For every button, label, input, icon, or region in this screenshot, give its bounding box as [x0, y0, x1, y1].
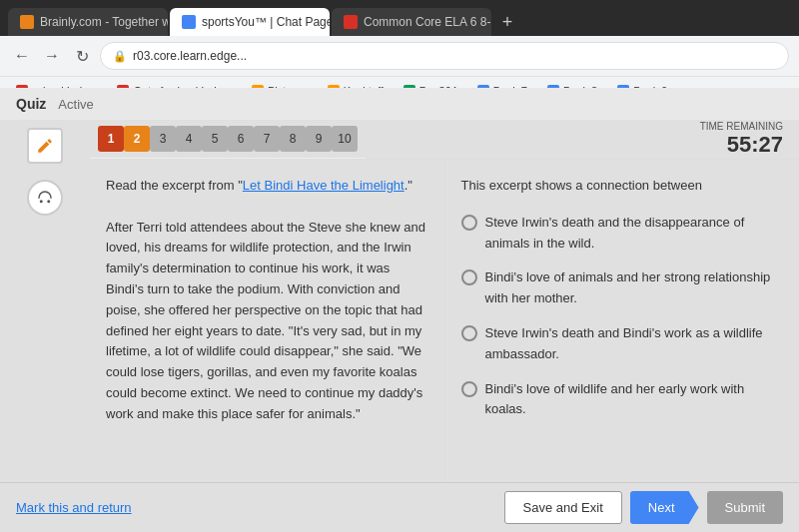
reload-button[interactable]: ↻: [70, 44, 94, 68]
option-1-label: Steve Irwin's death and the disappearanc…: [485, 213, 784, 255]
tab-favicon-brainly: [20, 15, 34, 29]
save-exit-button[interactable]: Save and Exit: [504, 491, 622, 524]
tab-favicon-commoncore: [344, 15, 358, 29]
radio-2[interactable]: [461, 269, 477, 285]
prompt-end: .": [404, 178, 412, 193]
option-3-label: Steve Irwin's death and Bindi's work as …: [485, 323, 784, 365]
q-num-6[interactable]: 6: [228, 126, 254, 152]
timer-label: TIME REMAINING: [700, 121, 783, 132]
tab-favicon-sportsyou: [182, 15, 196, 29]
quiz-title: Quiz: [16, 96, 46, 112]
question-pane: This excerpt shows a connection between …: [445, 160, 800, 482]
tab-label-sportsyou: sportsYou™ | Chat Page: [202, 15, 330, 29]
lock-icon: 🔒: [113, 50, 127, 63]
quiz-status: Active: [58, 97, 93, 112]
new-tab-button[interactable]: +: [493, 8, 521, 36]
next-button[interactable]: Next: [630, 491, 699, 524]
left-sidebar: [0, 120, 90, 482]
tab-label-commoncore: Common Core ELA 6 8-IC - Edge...: [364, 15, 491, 29]
footer: Mark this and return Save and Exit Next …: [0, 482, 799, 532]
q-num-8[interactable]: 8: [280, 126, 306, 152]
tab-commoncore[interactable]: Common Core ELA 6 8-IC - Edge... ✕: [332, 8, 491, 36]
address-bar[interactable]: 🔒 r03.core.learn.edge...: [100, 42, 789, 70]
option-4-label: Bindi's love of wildlife and her early w…: [485, 379, 784, 421]
content-area: 1 2 3 4 5 6 7 8 9 10 TIME REMAINING 55:2…: [90, 120, 799, 482]
submit-button[interactable]: Submit: [707, 491, 783, 524]
q-num-9[interactable]: 9: [306, 126, 332, 152]
q-num-4[interactable]: 4: [176, 126, 202, 152]
tab-brainly[interactable]: Brainly.com - Together we go far... ✕: [8, 8, 168, 36]
headset-tool-button[interactable]: [27, 180, 63, 216]
quiz-header: Quiz Active: [0, 88, 799, 120]
reading-link[interactable]: Let Bindi Have the Limelight: [243, 178, 404, 193]
q-num-7[interactable]: 7: [254, 126, 280, 152]
radio-3[interactable]: [461, 325, 477, 341]
tabs-bar: Brainly.com - Together we go far... ✕ sp…: [0, 0, 799, 36]
q-num-5[interactable]: 5: [202, 126, 228, 152]
option-2[interactable]: Bindi's love of animals and her strong r…: [461, 267, 784, 309]
pencil-tool-button[interactable]: [27, 128, 63, 164]
passage-text: After Terri told attendees about the Ste…: [106, 218, 428, 425]
forward-button[interactable]: →: [40, 44, 64, 68]
option-1[interactable]: Steve Irwin's death and the disappearanc…: [461, 213, 784, 255]
nav-bar: ← → ↻ 🔒 r03.core.learn.edge...: [0, 36, 799, 76]
radio-1[interactable]: [461, 215, 477, 231]
prompt-text: Read the excerpt from ": [106, 178, 243, 193]
back-button[interactable]: ←: [10, 44, 34, 68]
option-4[interactable]: Bindi's love of wildlife and her early w…: [461, 379, 784, 421]
question-numbers: 1 2 3 4 5 6 7 8 9 10: [90, 120, 366, 159]
timer-area: TIME REMAINING 55:27: [700, 121, 799, 158]
mark-return-link[interactable]: Mark this and return: [16, 500, 132, 515]
q-num-2[interactable]: 2: [124, 126, 150, 152]
top-row: 1 2 3 4 5 6 7 8 9 10 TIME REMAINING 55:2…: [90, 120, 799, 160]
panes: Read the excerpt from "Let Bindi Have th…: [90, 160, 799, 482]
quiz-area: 1 2 3 4 5 6 7 8 9 10 TIME REMAINING 55:2…: [0, 120, 799, 482]
timer-value: 55:27: [700, 132, 783, 158]
tab-sportsyou[interactable]: sportsYou™ | Chat Page ✕ sportsYou™ | Ch…: [170, 8, 330, 36]
option-3[interactable]: Steve Irwin's death and Bindi's work as …: [461, 323, 784, 365]
q-num-10[interactable]: 10: [332, 126, 358, 152]
option-2-label: Bindi's love of animals and her strong r…: [485, 267, 784, 309]
footer-buttons: Save and Exit Next Submit: [504, 491, 783, 524]
reading-prompt: Read the excerpt from "Let Bindi Have th…: [106, 176, 428, 197]
q-num-3[interactable]: 3: [150, 126, 176, 152]
main-content: Quiz Active 1 2 3: [0, 88, 799, 532]
address-text: r03.core.learn.edge...: [133, 49, 247, 63]
browser-chrome: Brainly.com - Together we go far... ✕ sp…: [0, 0, 799, 88]
tab-label-brainly: Brainly.com - Together we go far...: [40, 15, 168, 29]
q-num-1[interactable]: 1: [98, 126, 124, 152]
reading-pane: Read the excerpt from "Let Bindi Have th…: [90, 160, 445, 482]
radio-4[interactable]: [461, 381, 477, 397]
question-text: This excerpt shows a connection between: [461, 176, 784, 197]
